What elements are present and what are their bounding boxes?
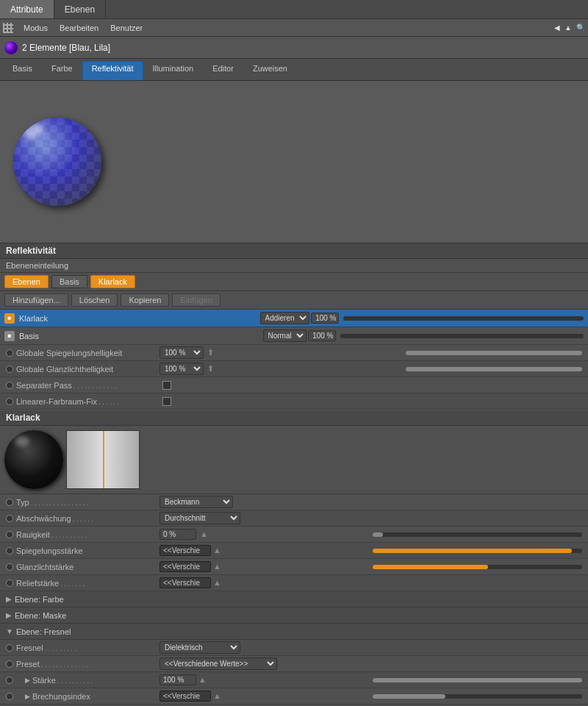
tab-ebenen[interactable]: Ebenen <box>54 0 106 18</box>
prop-radio-1[interactable] <box>6 349 13 357</box>
prop-linear-check[interactable] <box>162 397 171 406</box>
menu-benutzer[interactable]: Benutzer <box>104 22 148 34</box>
layer-klarlack[interactable]: ■ Klarlack Addieren <box>0 310 588 327</box>
prop-globale-glanz: Globale Glanzlichthelligkeit 100 % ⬆ <box>0 361 588 377</box>
prop-abs-select[interactable]: Durchschnitt <box>159 512 240 524</box>
action-btn-row: Hinzufügen... Löschen Kopieren Einfügen <box>0 291 588 310</box>
grid-icon <box>3 23 13 33</box>
prop-spiegelung-slider[interactable] <box>406 351 582 355</box>
prop-spiegelung-select[interactable]: 100 % <box>159 346 204 359</box>
prop-radio-brechung[interactable] <box>6 693 13 700</box>
prop-spstr-input[interactable] <box>159 545 211 556</box>
arrow-left-icon[interactable]: ◀ <box>554 24 560 32</box>
arrow-up-icon[interactable]: ▲ <box>564 24 572 32</box>
prop-glanzlichtstaerke: Glanzlichtstärke ▲ <box>0 559 588 575</box>
layer-basis-blend[interactable]: Normal <box>263 329 306 342</box>
prop-staerke-slider[interactable] <box>373 678 583 682</box>
search-icon[interactable]: 🔍 <box>576 24 585 32</box>
expand-tri-brechung[interactable]: ▶ <box>25 693 30 700</box>
menu-bearbeiten[interactable]: Bearbeiten <box>54 22 104 34</box>
collapse-ebene-maske[interactable]: ▶ Ebene: Maske <box>0 607 588 624</box>
collapse-arrow-farbe: ▶ <box>6 595 12 603</box>
subtab-editor[interactable]: Editor <box>203 61 243 80</box>
prop-radio-relst[interactable] <box>6 580 13 587</box>
subtab-zuweisen[interactable]: Zuweisen <box>243 61 297 80</box>
collapse-label-farbe: Ebene: Farbe <box>15 595 64 604</box>
layer-basis-icon: ■ <box>4 331 15 341</box>
prop-radio-3[interactable] <box>6 382 13 389</box>
prop-value-rau: ▲ <box>159 529 370 540</box>
prop-fresnel: Fresnel ......... Dielektrisch <box>0 640 588 656</box>
layer-basis-pct[interactable] <box>308 330 336 341</box>
prop-glst-input[interactable] <box>159 561 211 572</box>
prop-fresnel-select[interactable]: Dielektrisch <box>159 641 240 654</box>
prop-label-staerke: ▶Stärke .......... <box>16 676 159 685</box>
layer-klarlack-icon: ■ <box>4 313 15 324</box>
prop-label-spiegelung: Globale Spiegelungshelligkeit <box>16 349 159 357</box>
prop-spiegelungsstaerke: Spiegelungsstärke ▲ <box>0 543 588 559</box>
prop-value-brechung: ▲ <box>159 691 370 702</box>
layer-klarlack-blend[interactable]: Addieren <box>260 312 309 324</box>
prop-label-preset: Preset ............. <box>16 660 159 668</box>
prop-radio-spstr[interactable] <box>6 547 13 555</box>
prop-glst-slider[interactable] <box>373 565 583 569</box>
prop-radio-glst[interactable] <box>6 563 13 571</box>
prop-preset-select[interactable]: <<Verschiedene Werte>> <box>159 657 277 670</box>
prop-staerke-input[interactable] <box>159 674 196 685</box>
collapse-ebene-fresnel[interactable]: ▼ Ebene: Fresnel <box>0 624 588 640</box>
prop-rauigkeit: Rauigkeit .......... ▲ <box>0 527 588 543</box>
prop-glanz-slider[interactable] <box>406 367 582 371</box>
prop-typ-select[interactable]: Beckmann <box>159 496 233 508</box>
btn-hinzufuegen[interactable]: Hinzufügen... <box>4 293 68 307</box>
subtab-illumination[interactable]: Illumination <box>143 61 204 80</box>
prop-label-sep: Separater Pass ............ <box>16 381 159 390</box>
prop-reliefstaerke: Reliefstärke ....... ▲ <box>0 575 588 591</box>
prop-rau-input[interactable] <box>159 529 196 540</box>
prop-glanz-select[interactable]: 100 % <box>159 363 204 375</box>
layer-klarlack-slider[interactable] <box>343 316 584 321</box>
tabbt-basis[interactable]: Basis <box>51 275 87 288</box>
prop-radio-2[interactable] <box>6 366 13 373</box>
prop-brechung-input[interactable] <box>159 691 211 702</box>
klarlack-previews <box>0 426 588 494</box>
prop-value-preset: <<Verschiedene Werte>> <box>159 657 582 670</box>
prop-preset: Preset ............. <<Verschiedene Wert… <box>0 656 588 672</box>
prop-radio-fresnel[interactable] <box>6 644 13 652</box>
prop-sep-check[interactable] <box>162 381 171 390</box>
prop-value-abs: Durchschnitt <box>159 512 582 524</box>
gradient-line <box>103 431 104 488</box>
prop-radio-abs[interactable] <box>6 515 13 522</box>
expand-tri-staerke[interactable]: ▶ <box>25 677 30 684</box>
prop-relst-input[interactable] <box>159 577 211 588</box>
klarlack-ball-preview <box>4 430 63 489</box>
menu-modus[interactable]: Modus <box>18 22 54 34</box>
tab-attribute[interactable]: Attribute <box>0 0 54 18</box>
prop-radio-rau[interactable] <box>6 531 13 538</box>
tabbt-klarlack[interactable]: Klarlack <box>90 275 135 288</box>
section-title-reflektivitaet: Reflektivität <box>0 243 588 259</box>
collapse-ebene-farbe[interactable]: ▶ Ebene: Farbe <box>0 591 588 607</box>
btn-loeschen[interactable]: Löschen <box>71 293 118 307</box>
prop-label-glanz: Globale Glanzlichthelligkeit <box>16 365 159 374</box>
subtab-basis[interactable]: Basis <box>3 61 42 80</box>
layer-klarlack-pct[interactable] <box>311 313 339 324</box>
layer-klarlack-name: Klarlack <box>19 314 260 323</box>
sub-tabs: Basis Farbe Reflektivität Illumination E… <box>0 59 588 81</box>
collapse-label-fresnel: Ebene: Fresnel <box>16 627 71 636</box>
prop-radio-staerke[interactable] <box>6 677 13 684</box>
subtab-farbe[interactable]: Farbe <box>42 61 82 80</box>
prop-radio-typ[interactable] <box>6 499 13 506</box>
tabbtn-ebenen[interactable]: Ebenen <box>4 275 49 288</box>
object-title: 2 Elemente [Blau, Lila] <box>22 43 110 53</box>
subtab-reflektivitaet[interactable]: Reflektivität <box>82 61 143 80</box>
prop-radio-4[interactable] <box>6 398 13 405</box>
prop-brechung-slider[interactable] <box>373 694 583 699</box>
klarlack-header: Klarlack <box>0 410 588 426</box>
prop-radio-preset[interactable] <box>6 660 13 668</box>
prop-rau-slider[interactable] <box>373 532 583 537</box>
layer-basis-slider[interactable] <box>340 334 584 338</box>
btn-kopieren[interactable]: Kopieren <box>121 293 169 307</box>
prop-spstr-slider[interactable] <box>373 549 583 553</box>
layer-basis[interactable]: ■ Basis Normal <box>0 327 588 345</box>
prop-label-linear: Linearer-Farbraum-Fix ...... <box>16 397 159 406</box>
